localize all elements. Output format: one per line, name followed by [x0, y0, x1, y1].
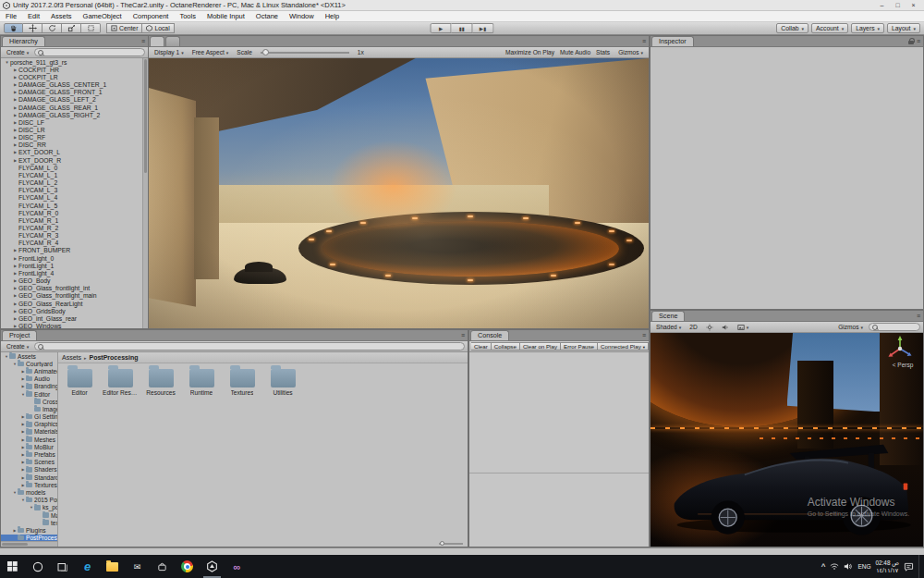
menu-item[interactable]: Assets: [45, 11, 78, 21]
step-button[interactable]: ▶▮: [473, 23, 494, 33]
play-button[interactable]: ▶: [431, 23, 452, 33]
expand-caret-icon[interactable]: ▶: [12, 264, 18, 268]
asset-folder[interactable]: Utilities: [265, 369, 300, 396]
hierarchy-item[interactable]: ▶ DAMAGE_GLASS_LEFT_2: [1, 96, 142, 104]
panel-menu-icon[interactable]: ≡: [639, 330, 649, 340]
project-tree-item[interactable]: Images: [1, 405, 57, 412]
hierarchy-item[interactable]: ▶ FrontLight_0: [1, 254, 142, 262]
hierarchy-item[interactable]: ▶ DAMAGE_GLASS_FRONT_1: [1, 89, 142, 96]
expand-caret-icon[interactable]: ▶: [12, 248, 18, 252]
console-button[interactable]: Error Pause: [561, 342, 598, 350]
project-tree-item[interactable]: ▶ Materials: [1, 428, 57, 436]
expand-caret-icon[interactable]: ▶: [12, 256, 18, 261]
expand-caret-icon[interactable]: ▶: [12, 278, 18, 283]
hierarchy-item[interactable]: FLYCAM_L_2: [1, 179, 142, 187]
rect-tool-button[interactable]: [81, 23, 101, 33]
hierarchy-item[interactable]: ▼ porsche_911_gt3_rs: [1, 58, 142, 66]
hierarchy-item[interactable]: ▶ GEO_Glass_frontlight_int: [1, 285, 142, 292]
hierarchy-item[interactable]: ▶ GEO_GridsBody: [1, 307, 142, 314]
asset-folder[interactable]: Runtime: [184, 369, 219, 396]
tab-console[interactable]: Console: [470, 330, 509, 340]
hierarchy-item[interactable]: ▶ DISC_LR: [1, 126, 142, 133]
menu-item[interactable]: GameObject: [78, 11, 128, 21]
hierarchy-item[interactable]: ▶ DISC_RR: [1, 141, 142, 149]
edge-icon[interactable]: e: [75, 555, 100, 578]
panel-menu-icon[interactable]: ≡: [639, 36, 649, 46]
project-tree-item[interactable]: Crosshair: [1, 398, 57, 405]
menu-item[interactable]: Window: [284, 11, 320, 21]
hierarchy-item[interactable]: ▶ DAMAGE_GLASS_REAR_1: [1, 104, 142, 111]
project-tree-item[interactable]: Materials: [1, 511, 57, 519]
toolbar-dropdown[interactable]: Account: [811, 23, 848, 33]
mail-icon[interactable]: ✉: [125, 555, 150, 578]
project-tree-item[interactable]: ▶ Plugins: [1, 526, 57, 534]
menu-item[interactable]: Edit: [22, 11, 45, 21]
volume-icon[interactable]: [844, 562, 853, 571]
display-dropdown[interactable]: Display 1: [152, 49, 187, 55]
start-button[interactable]: [0, 555, 25, 578]
shading-mode-dropdown[interactable]: Shaded: [653, 324, 684, 330]
menu-item[interactable]: Help: [320, 11, 345, 21]
menu-item[interactable]: File: [0, 11, 22, 21]
project-tree-item[interactable]: ▶ Prefabs: [1, 450, 57, 458]
expand-caret-icon[interactable]: ▼: [4, 60, 10, 65]
expand-caret-icon[interactable]: ▶: [12, 158, 18, 163]
expand-caret-icon[interactable]: ▶: [12, 90, 18, 94]
panel-menu-icon[interactable]: ≡: [917, 36, 920, 46]
game-toolbar-button[interactable]: Stats: [593, 49, 613, 55]
hierarchy-create-button[interactable]: Create: [4, 49, 31, 55]
console-splitter[interactable]: [469, 473, 649, 473]
console-log-area[interactable]: [469, 352, 649, 547]
game-toolbar-button[interactable]: Mute Audio: [557, 49, 593, 55]
expand-caret-icon[interactable]: ▶: [12, 316, 18, 321]
persp-label[interactable]: < Persp: [884, 362, 921, 368]
scale-slider[interactable]: [261, 52, 349, 54]
pivot-toggle-button[interactable]: Center: [106, 23, 142, 33]
console-button[interactable]: Clear on Play: [520, 342, 561, 350]
project-tree-item[interactable]: ▶ Shaders: [1, 466, 57, 473]
panel-menu-icon[interactable]: ≡: [458, 330, 468, 340]
scrollbar-thumb[interactable]: [2, 543, 28, 546]
project-tree-item[interactable]: ▼ Courtyard: [1, 360, 57, 367]
connected-player-dropdown[interactable]: Connected Play: [598, 342, 649, 350]
hierarchy-item[interactable]: ▶ FRONT_BUMPER: [1, 247, 142, 254]
project-tree-item[interactable]: ▶ MoBlur: [1, 443, 57, 450]
chrome-icon[interactable]: [175, 555, 200, 578]
game-tab[interactable]: [150, 36, 164, 46]
scene-viewport[interactable]: Activate Windows Go to Settings to activ…: [650, 333, 923, 547]
close-button[interactable]: ×: [906, 0, 921, 10]
gizmos-dropdown[interactable]: Gizmos: [615, 49, 646, 55]
tray-expand-icon[interactable]: ^: [821, 562, 826, 571]
effects-dropdown[interactable]: [735, 324, 752, 331]
hierarchy-item[interactable]: ▶ EXT_DOOR_R: [1, 156, 142, 164]
menu-item[interactable]: Component: [128, 11, 175, 21]
project-tree-item[interactable]: ▼ Assets: [1, 352, 57, 360]
scrollbar-thumb[interactable]: [144, 59, 147, 173]
project-tree-scrollbar[interactable]: [1, 541, 57, 547]
hierarchy-item[interactable]: FLYCAM_L_1: [1, 171, 142, 178]
menu-item[interactable]: Octane: [250, 11, 284, 21]
project-tree-item[interactable]: ▶ GI Setting: [1, 413, 57, 421]
hierarchy-item[interactable]: FLYCAM_R_2: [1, 224, 142, 231]
project-search-input[interactable]: [34, 342, 465, 350]
minimize-button[interactable]: –: [874, 0, 890, 10]
console-button[interactable]: Collapse: [492, 342, 520, 350]
expand-caret-icon[interactable]: ▶: [12, 271, 18, 276]
slider-thumb[interactable]: [440, 541, 444, 546]
unity-taskbar-icon[interactable]: [200, 555, 225, 578]
tab-inspector[interactable]: Inspector: [651, 36, 694, 46]
hierarchy-item[interactable]: FLYCAM_L_5: [1, 202, 142, 209]
move-tool-button[interactable]: [23, 23, 43, 33]
hierarchy-item[interactable]: ▶ GEO_Glass_frontlight_main: [1, 292, 142, 300]
tab-hierarchy[interactable]: Hierarchy: [2, 36, 45, 46]
hierarchy-search-input[interactable]: [34, 48, 145, 56]
hierarchy-item[interactable]: ▶ EXT_DOOR_L: [1, 149, 142, 156]
project-tree-item[interactable]: textures: [1, 519, 57, 526]
expand-caret-icon[interactable]: ▶: [12, 97, 18, 102]
project-tree-item[interactable]: ▶ Audio: [1, 375, 57, 383]
hierarchy-item[interactable]: FLYCAM_L_0: [1, 164, 142, 171]
panel-menu-icon[interactable]: ≡: [139, 36, 148, 46]
project-tree-item[interactable]: ▼ ks_porsche: [1, 504, 57, 511]
audio-toggle-button[interactable]: [719, 324, 732, 331]
hierarchy-item[interactable]: ▶ FrontLight_1: [1, 262, 142, 269]
